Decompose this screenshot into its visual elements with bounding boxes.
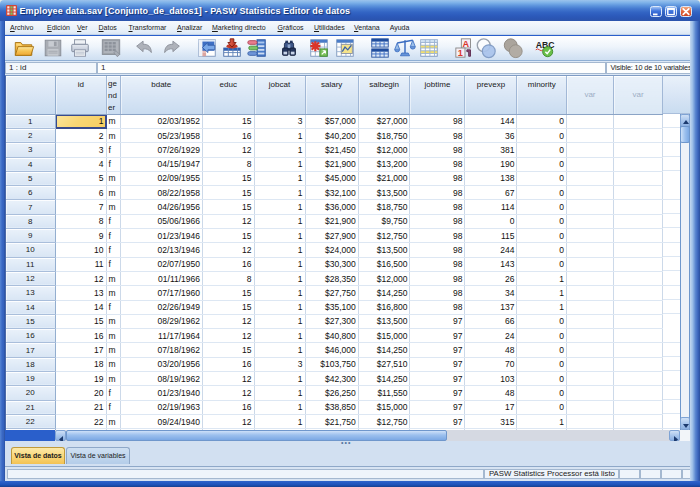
svg-text:1: 1: [458, 48, 463, 58]
svg-text:A: A: [463, 39, 470, 49]
